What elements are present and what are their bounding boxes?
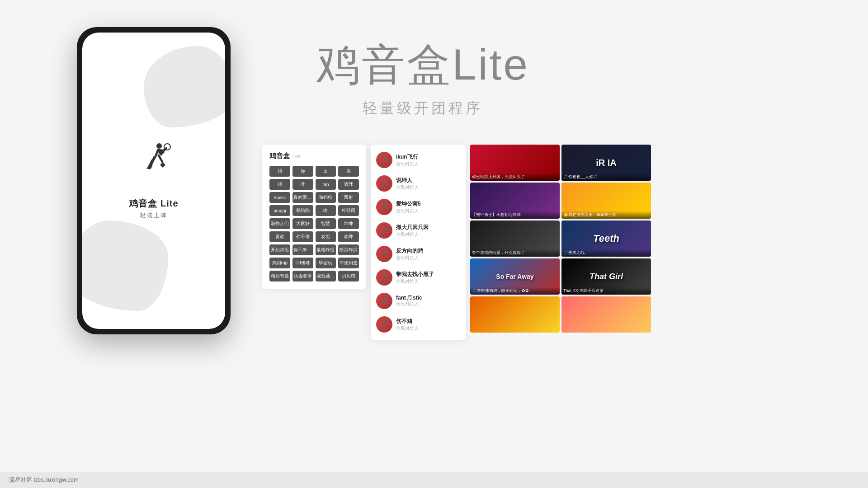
song-item-3[interactable]: 🎵撒大只因只因全民对抗人 (371, 219, 466, 242)
song-item-7[interactable]: 🎵伤不鸡全民对抗人 (371, 313, 466, 336)
svg-point-0 (156, 143, 162, 149)
song-avatar-6: 🎵 (376, 293, 392, 309)
video-card-4[interactable]: 有个道弦的问题，什么股得了 (470, 221, 560, 257)
song-sub-7: 全民对抗人 (396, 325, 419, 332)
panel-title: 鸡音盒 (269, 152, 290, 160)
song-list: 🎵ikun飞行全民对抗人🎵说坤人全民对抗人🎵爱坤公寓5全民对抗人🎵撒大只因只因全… (371, 145, 466, 340)
phone-app-slogan: 轻装上阵 (140, 211, 167, 220)
grid-button-20[interactable]: 喜欢 (269, 231, 290, 242)
grid-button-6[interactable]: rap (316, 179, 336, 190)
song-name-2: 爱坤公寓5 (396, 200, 421, 208)
grid-button-5[interactable]: 吐 (292, 179, 313, 190)
video-overlay-7: That KX·华就千命迷望 (561, 287, 651, 295)
video-card-6[interactable]: So Far Away🎵首链侏猫鸡，随令幻运，✿✿ (470, 258, 560, 295)
video-card-1[interactable]: iR IA🎵你爸爸__太你🎵 (561, 145, 651, 181)
grid-button-11[interactable]: 双射 (338, 192, 359, 203)
grid-button-19[interactable]: 坤坤 (338, 218, 359, 229)
video-overlay-5: 🎵告黑之战 (561, 249, 651, 257)
song-sub-6: 全民对抗人 (396, 301, 422, 307)
grid-button-25[interactable]: 你不来咋组 (292, 244, 313, 255)
app-title: 鸡音盒Lite (316, 36, 529, 95)
song-name-0: ikun飞行 (396, 153, 419, 161)
footer: 流星社区·bbs.liuxingw.com (0, 472, 868, 488)
grid-button-0[interactable]: 鸡 (269, 166, 290, 177)
video-overlay-3: 🌟都在没你太美，✿✿薄于者 (561, 211, 651, 219)
panel-header: 鸡音盒 Lite (269, 152, 359, 160)
song-name-1: 说坤人 (396, 177, 419, 184)
song-item-4[interactable]: 🎵反方向的鸡全民对抗人 (371, 242, 466, 266)
grid-button-17[interactable]: 大家好 (292, 218, 313, 229)
grid-button-32[interactable]: 精彩奇遇 (269, 271, 290, 282)
grid-button-31[interactable]: 午夜用逃 (338, 258, 359, 268)
title-section: 鸡音盒Lite 轻量级开团程序 (316, 36, 529, 118)
grid-button-22[interactable]: 劝组 (316, 231, 336, 242)
jordan-logo-icon (131, 142, 176, 192)
video-overlay-0: 你已经跳上只因，无法回头了 (470, 173, 560, 181)
video-card-5[interactable]: Teeth🎵告黑之战 (561, 221, 651, 257)
grid-button-10[interactable]: 咖铛枪 (316, 192, 336, 203)
song-name-7: 伤不鸡 (396, 318, 419, 325)
grid-button-30[interactable]: 毕宿玩 (316, 258, 336, 268)
so-far-away-text: So Far Away (496, 273, 533, 280)
song-avatar-0: 🎵 (376, 152, 392, 168)
grid-button-12[interactable]: amagi (269, 205, 290, 216)
song-item-2[interactable]: 🎵爱坤公寓5全民对抗人 (371, 195, 466, 219)
app-panel: 鸡音盒 Lite 鸡你太美鸡吐rap篮球music真的爱你哦咖铛枪双射amagi… (262, 145, 366, 289)
song-item-0[interactable]: 🎵ikun飞行全民对抗人 (371, 148, 466, 172)
song-avatar-1: 🎵 (376, 175, 392, 192)
grid-button-3[interactable]: 美 (338, 166, 359, 177)
grid-button-9[interactable]: 真的爱你哦 (292, 192, 313, 203)
phone-mockup: 鸡音盒 Lite 轻装上阵 (77, 27, 231, 334)
song-avatar-5: 🎵 (376, 269, 392, 286)
grid-button-7[interactable]: 篮球 (338, 179, 359, 190)
video-card-0[interactable]: 你已经跳上只因，无法回头了 (470, 145, 560, 181)
grid-button-1[interactable]: 你 (292, 166, 313, 177)
song-sub-0: 全民对抗人 (396, 161, 419, 167)
song-item-5[interactable]: 🎵带我去找小黑子全民对抗人 (371, 266, 466, 289)
grid-button-29[interactable]: DJ佛珠 (292, 258, 313, 268)
grid-button-4[interactable]: 鸡 (269, 179, 290, 190)
video-overlay-6: 🎵首链侏猫鸡，随令幻运，✿✿ (470, 287, 560, 295)
panel-lite-label: Lite (292, 154, 301, 159)
grid-button-21[interactable]: 你干谱 (292, 231, 313, 242)
video-card-7[interactable]: That GirlThat KX·华就千命迷望 (561, 258, 651, 295)
grid-button-27[interactable]: 断演咋演 (338, 244, 359, 255)
song-avatar-2: 🎵 (376, 199, 392, 215)
grid-button-34[interactable]: 成就通行曲 (316, 271, 336, 282)
video-card-9[interactable] (561, 296, 651, 333)
song-item-6[interactable]: 🎵fant🎵stic全民对抗人 (371, 289, 466, 313)
song-name-4: 反方向的鸡 (396, 247, 423, 255)
song-item-1[interactable]: 🎵说坤人全民对抗人 (371, 172, 466, 195)
song-sub-4: 全民对抗人 (396, 255, 423, 261)
video-grid: 你已经跳上只因，无法回头了iR IA🎵你爸爸__太你🎵【初甲勇士】不忘初心捍绰🌟… (470, 145, 651, 333)
grid-button-24[interactable]: 开始炸组 (269, 244, 290, 255)
grid-button-14[interactable]: 鸡· (316, 205, 336, 216)
grid-button-28[interactable]: 鸡用rap (269, 258, 290, 268)
grid-button-8[interactable]: music (269, 192, 290, 203)
grid-button-18[interactable]: 智慧 (316, 218, 336, 229)
grid-button-13[interactable]: 鹅培陷 (292, 205, 313, 216)
video-overlay-1: 🎵你爸爸__太你🎵 (561, 173, 651, 181)
grid-button-23[interactable]: 欢呼 (338, 231, 359, 242)
video-card-2[interactable]: 【初甲勇士】不忘初心捍绰 (470, 183, 560, 219)
footer-text: 流星社区·bbs.liuxingw.com (9, 476, 79, 484)
video-card-3[interactable]: 🌟都在没你太美，✿✿薄于者 (561, 183, 651, 219)
grid-button-35[interactable]: 贝贝鸡 (338, 271, 359, 282)
button-grid: 鸡你太美鸡吐rap篮球music真的爱你哦咖铛枪双射amagi鹅培陷鸡·柠萌愿制… (269, 166, 359, 282)
grid-button-15[interactable]: 柠萌愿 (338, 205, 359, 216)
grid-button-33[interactable]: 仿虚双享 (292, 271, 313, 282)
song-name-5: 带我去找小黑子 (396, 271, 434, 278)
video-card-8[interactable] (470, 296, 560, 333)
grid-button-2[interactable]: 太 (316, 166, 336, 177)
song-avatar-3: 🎵 (376, 222, 392, 239)
video-overlay-4: 有个道弦的问题，什么股得了 (470, 249, 560, 257)
grid-button-16[interactable]: 制作人们 (269, 218, 290, 229)
song-avatar-4: 🎵 (376, 246, 392, 262)
song-sub-1: 全民对抗人 (396, 184, 419, 191)
song-sub-5: 全民对抗人 (396, 278, 434, 285)
song-sub-3: 全民对抗人 (396, 231, 429, 238)
that-girl-text: That Girl (590, 272, 623, 282)
video-overlay-2: 【初甲勇士】不忘初心捍绰 (470, 211, 560, 219)
grid-button-26[interactable]: 最程咋组 (316, 244, 336, 255)
song-name-3: 撒大只因只因 (396, 224, 429, 231)
